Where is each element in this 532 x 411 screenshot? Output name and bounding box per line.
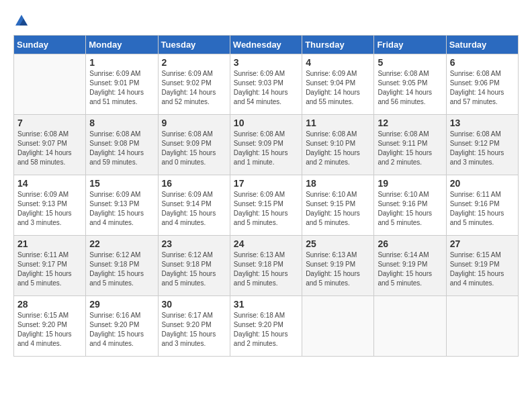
calendar-cell: 29Sunrise: 6:16 AM Sunset: 9:20 PM Dayli… xyxy=(86,296,158,357)
day-header-monday: Monday xyxy=(86,36,158,54)
day-info: Sunrise: 6:09 AM Sunset: 9:13 PM Dayligh… xyxy=(17,190,82,228)
calendar-cell: 7Sunrise: 6:08 AM Sunset: 9:07 PM Daylig… xyxy=(14,115,86,175)
day-info: Sunrise: 6:11 AM Sunset: 9:17 PM Dayligh… xyxy=(17,250,82,288)
day-info: Sunrise: 6:08 AM Sunset: 9:12 PM Dayligh… xyxy=(450,130,515,167)
calendar-cell: 22Sunrise: 6:12 AM Sunset: 9:18 PM Dayli… xyxy=(86,236,158,296)
calendar-cell: 15Sunrise: 6:09 AM Sunset: 9:13 PM Dayli… xyxy=(86,175,158,236)
day-info: Sunrise: 6:08 AM Sunset: 9:07 PM Dayligh… xyxy=(17,130,82,167)
day-info: Sunrise: 6:15 AM Sunset: 9:19 PM Dayligh… xyxy=(450,250,515,288)
day-info: Sunrise: 6:15 AM Sunset: 9:20 PM Dayligh… xyxy=(17,311,82,349)
calendar-cell: 24Sunrise: 6:13 AM Sunset: 9:18 PM Dayli… xyxy=(230,236,302,296)
calendar-header: SundayMondayTuesdayWednesdayThursdayFrid… xyxy=(14,36,519,54)
day-number: 2 xyxy=(162,57,226,68)
day-number: 10 xyxy=(234,118,298,128)
calendar-cell: 30Sunrise: 6:17 AM Sunset: 9:20 PM Dayli… xyxy=(158,296,230,357)
calendar-cell: 27Sunrise: 6:15 AM Sunset: 9:19 PM Dayli… xyxy=(446,236,518,296)
day-number: 3 xyxy=(234,57,298,68)
day-header-tuesday: Tuesday xyxy=(158,36,230,54)
day-info: Sunrise: 6:12 AM Sunset: 9:18 PM Dayligh… xyxy=(162,250,226,288)
day-number: 20 xyxy=(450,178,515,189)
calendar-cell xyxy=(374,296,446,357)
day-info: Sunrise: 6:08 AM Sunset: 9:05 PM Dayligh… xyxy=(378,69,442,107)
day-info: Sunrise: 6:08 AM Sunset: 9:11 PM Dayligh… xyxy=(378,130,442,167)
day-number: 15 xyxy=(89,178,154,189)
day-info: Sunrise: 6:09 AM Sunset: 9:15 PM Dayligh… xyxy=(234,190,298,228)
calendar-cell: 1Sunrise: 6:09 AM Sunset: 9:01 PM Daylig… xyxy=(86,54,158,115)
day-header-sunday: Sunday xyxy=(14,36,86,54)
calendar-cell: 31Sunrise: 6:18 AM Sunset: 9:20 PM Dayli… xyxy=(230,296,302,357)
day-number: 7 xyxy=(17,118,82,128)
day-number: 29 xyxy=(89,299,154,310)
day-info: Sunrise: 6:12 AM Sunset: 9:18 PM Dayligh… xyxy=(89,250,154,288)
calendar-cell: 20Sunrise: 6:11 AM Sunset: 9:16 PM Dayli… xyxy=(446,175,518,236)
day-number: 30 xyxy=(162,299,226,310)
day-number: 26 xyxy=(378,238,442,249)
calendar-cell: 12Sunrise: 6:08 AM Sunset: 9:11 PM Dayli… xyxy=(374,115,446,175)
day-info: Sunrise: 6:11 AM Sunset: 9:16 PM Dayligh… xyxy=(450,190,515,228)
day-info: Sunrise: 6:08 AM Sunset: 9:09 PM Dayligh… xyxy=(234,130,298,167)
day-info: Sunrise: 6:09 AM Sunset: 9:03 PM Dayligh… xyxy=(234,69,298,107)
calendar-cell: 3Sunrise: 6:09 AM Sunset: 9:03 PM Daylig… xyxy=(230,54,302,115)
calendar-cell: 28Sunrise: 6:15 AM Sunset: 9:20 PM Dayli… xyxy=(14,296,86,357)
calendar-cell: 11Sunrise: 6:08 AM Sunset: 9:10 PM Dayli… xyxy=(302,115,374,175)
day-info: Sunrise: 6:08 AM Sunset: 9:08 PM Dayligh… xyxy=(89,130,154,167)
day-number: 31 xyxy=(234,299,298,310)
day-info: Sunrise: 6:08 AM Sunset: 9:10 PM Dayligh… xyxy=(306,130,370,167)
day-info: Sunrise: 6:09 AM Sunset: 9:14 PM Dayligh… xyxy=(162,190,226,228)
calendar-cell xyxy=(302,296,374,357)
day-info: Sunrise: 6:08 AM Sunset: 9:09 PM Dayligh… xyxy=(162,130,226,167)
calendar-cell: 23Sunrise: 6:12 AM Sunset: 9:18 PM Dayli… xyxy=(158,236,230,296)
calendar-cell: 13Sunrise: 6:08 AM Sunset: 9:12 PM Dayli… xyxy=(446,115,518,175)
day-number: 25 xyxy=(306,238,370,249)
calendar-table: SundayMondayTuesdayWednesdayThursdayFrid… xyxy=(13,35,519,357)
day-info: Sunrise: 6:18 AM Sunset: 9:20 PM Dayligh… xyxy=(234,311,298,349)
day-info: Sunrise: 6:16 AM Sunset: 9:20 PM Dayligh… xyxy=(89,311,154,349)
day-number: 23 xyxy=(162,238,226,249)
day-number: 18 xyxy=(306,178,370,189)
calendar-cell: 18Sunrise: 6:10 AM Sunset: 9:15 PM Dayli… xyxy=(302,175,374,236)
day-number: 21 xyxy=(17,238,82,249)
day-info: Sunrise: 6:09 AM Sunset: 9:02 PM Dayligh… xyxy=(162,69,226,107)
calendar-cell: 17Sunrise: 6:09 AM Sunset: 9:15 PM Dayli… xyxy=(230,175,302,236)
calendar-cell: 6Sunrise: 6:08 AM Sunset: 9:06 PM Daylig… xyxy=(446,54,518,115)
day-info: Sunrise: 6:13 AM Sunset: 9:18 PM Dayligh… xyxy=(234,250,298,288)
calendar-cell: 19Sunrise: 6:10 AM Sunset: 9:16 PM Dayli… xyxy=(374,175,446,236)
logo-icon xyxy=(14,13,29,28)
day-header-wednesday: Wednesday xyxy=(230,36,302,54)
day-number: 16 xyxy=(162,178,226,189)
day-header-saturday: Saturday xyxy=(446,36,518,54)
day-number: 9 xyxy=(162,118,226,128)
day-number: 4 xyxy=(306,57,370,68)
day-info: Sunrise: 6:17 AM Sunset: 9:20 PM Dayligh… xyxy=(162,311,226,349)
day-number: 24 xyxy=(234,238,298,249)
day-header-friday: Friday xyxy=(374,36,446,54)
calendar-cell: 14Sunrise: 6:09 AM Sunset: 9:13 PM Dayli… xyxy=(14,175,86,236)
logo xyxy=(13,13,30,28)
day-info: Sunrise: 6:09 AM Sunset: 9:04 PM Dayligh… xyxy=(306,69,370,107)
day-number: 6 xyxy=(450,57,515,68)
calendar-cell: 16Sunrise: 6:09 AM Sunset: 9:14 PM Dayli… xyxy=(158,175,230,236)
day-info: Sunrise: 6:09 AM Sunset: 9:01 PM Dayligh… xyxy=(89,69,154,107)
day-number: 12 xyxy=(378,118,442,128)
calendar-cell: 5Sunrise: 6:08 AM Sunset: 9:05 PM Daylig… xyxy=(374,54,446,115)
day-info: Sunrise: 6:10 AM Sunset: 9:15 PM Dayligh… xyxy=(306,190,370,228)
day-info: Sunrise: 6:10 AM Sunset: 9:16 PM Dayligh… xyxy=(378,190,442,228)
day-info: Sunrise: 6:08 AM Sunset: 9:06 PM Dayligh… xyxy=(450,69,515,107)
calendar-cell: 21Sunrise: 6:11 AM Sunset: 9:17 PM Dayli… xyxy=(14,236,86,296)
calendar-cell: 25Sunrise: 6:13 AM Sunset: 9:19 PM Dayli… xyxy=(302,236,374,296)
calendar-cell: 4Sunrise: 6:09 AM Sunset: 9:04 PM Daylig… xyxy=(302,54,374,115)
day-number: 13 xyxy=(450,118,515,128)
calendar-cell: 10Sunrise: 6:08 AM Sunset: 9:09 PM Dayli… xyxy=(230,115,302,175)
calendar-cell: 26Sunrise: 6:14 AM Sunset: 9:19 PM Dayli… xyxy=(374,236,446,296)
calendar-cell: 2Sunrise: 6:09 AM Sunset: 9:02 PM Daylig… xyxy=(158,54,230,115)
day-number: 14 xyxy=(17,178,82,189)
page-header xyxy=(13,13,519,28)
calendar-cell xyxy=(14,54,86,115)
day-number: 17 xyxy=(234,178,298,189)
day-number: 8 xyxy=(89,118,154,128)
day-number: 27 xyxy=(450,238,515,249)
day-number: 5 xyxy=(378,57,442,68)
day-number: 1 xyxy=(89,57,154,68)
day-number: 11 xyxy=(306,118,370,128)
day-number: 28 xyxy=(17,299,82,310)
